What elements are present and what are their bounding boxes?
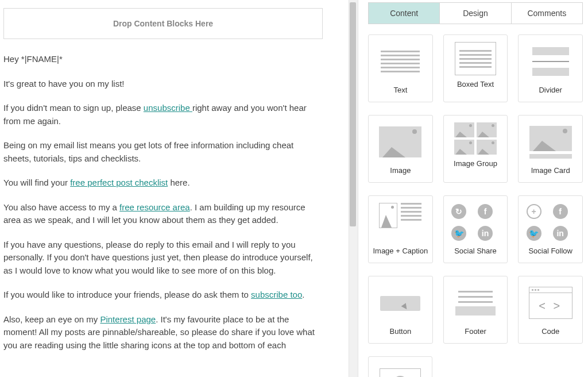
resource-link[interactable]: free resource area [119,202,190,212]
subscribe-link[interactable]: subscribe too [251,290,302,299]
benefits-paragraph: Being on my email list means you get lot… [3,139,323,165]
block-boxed-text[interactable]: Boxed Text [443,34,508,102]
block-image-caption[interactable]: Image + Caption [368,195,433,263]
block-label: Image Card [531,166,570,175]
editor-canvas[interactable]: Drop Content Blocks Here Hey *|FNAME|* I… [0,0,347,377]
linkedin-icon: in [478,226,493,241]
content-block-grid: Text Boxed Text Divider Image [365,34,586,377]
social-share-icon: ↻ f 🐦 in [451,203,500,242]
block-social-follow[interactable]: + f 🐦 in Social Follow [518,195,583,263]
block-social-share[interactable]: ↻ f 🐦 in Social Share [443,195,508,263]
linkedin-icon: in [553,226,568,241]
text-fragment: here. [168,178,189,187]
twitter-icon: 🐦 [527,226,541,241]
text-fragment: You will find your [3,178,70,187]
intro-line: It's great to have you on my list! [3,78,323,91]
block-divider[interactable]: Divider [518,34,583,102]
facebook-icon: f [553,204,568,219]
block-image-group[interactable]: Image Group [443,115,508,183]
block-code[interactable]: < > Code [518,276,583,344]
block-footer[interactable]: Footer [443,276,508,344]
tab-comments[interactable]: Comments [512,3,582,24]
block-text[interactable]: Text [368,34,433,102]
pinterest-paragraph: Also, keep an eye on my Pinterest page. … [3,313,323,352]
unsubscribe-paragraph: If you didn't mean to sign up, please un… [3,102,323,128]
boxed-text-icon [455,42,496,75]
facebook-icon: f [478,204,493,219]
block-label: Text [393,86,407,94]
email-body[interactable]: Hey *|FNAME|* It's great to have you on … [3,53,323,352]
block-label: Button [390,327,412,336]
unsubscribe-link[interactable]: unsubscribe [144,103,192,113]
sidebar-tabs: Content Design Comments [368,2,583,24]
text-fragment: Also, keep an eye on my [3,314,100,324]
image-caption-icon [376,203,424,242]
text-fragment: You also have access to my a [3,202,119,212]
code-icon: < > [527,283,575,322]
block-label: Social Share [454,247,497,255]
block-label: Boxed Text [457,80,494,89]
checklist-link[interactable]: free perfect post checklist [70,178,168,187]
subscribe-paragraph: If you would like to introduce your frie… [3,288,323,302]
block-video[interactable] [368,356,432,377]
block-label: Image [390,166,411,175]
divider-icon [527,42,575,81]
resource-paragraph: You also have access to my a free resour… [3,201,323,227]
reply-paragraph: If you have any questions, please do rep… [3,238,323,278]
dropzone[interactable]: Drop Content Blocks Here [3,8,323,39]
block-button[interactable]: Button [368,276,433,344]
text-fragment: If you would like to introduce your frie… [3,290,251,299]
block-label: Code [541,327,559,336]
video-icon [376,364,424,377]
tab-content[interactable]: Content [369,3,440,24]
share-icon: ↻ [451,204,466,219]
pinterest-link[interactable]: Pinterest page [100,314,156,324]
checklist-paragraph: You will find your free perfect post che… [3,176,323,190]
text-icon [376,42,424,81]
block-label: Image + Caption [373,247,428,255]
canvas-scrollbar[interactable] [347,0,363,377]
tab-design[interactable]: Design [440,3,511,24]
block-label: Social Follow [528,247,572,255]
button-icon [376,283,424,322]
text-fragment: . [302,290,304,299]
twitter-icon: 🐦 [451,226,466,241]
block-image[interactable]: Image [368,115,433,183]
image-group-icon [454,122,497,155]
block-label: Divider [539,86,562,94]
social-follow-icon: + f 🐦 in [527,203,575,242]
block-image-card[interactable]: Image Card [518,115,583,183]
text-fragment: If you didn't mean to sign up, please [3,103,144,113]
scrollbar-thumb[interactable] [350,2,356,226]
block-label: Image Group [454,159,497,168]
image-icon [376,122,424,161]
image-card-icon [527,122,575,161]
block-label: Footer [465,327,486,336]
plus-icon: + [527,204,541,219]
sidebar: Content Design Comments Text Boxed Text [363,0,588,377]
greeting-line: Hey *|FNAME|* [3,53,323,66]
footer-icon [451,283,500,322]
